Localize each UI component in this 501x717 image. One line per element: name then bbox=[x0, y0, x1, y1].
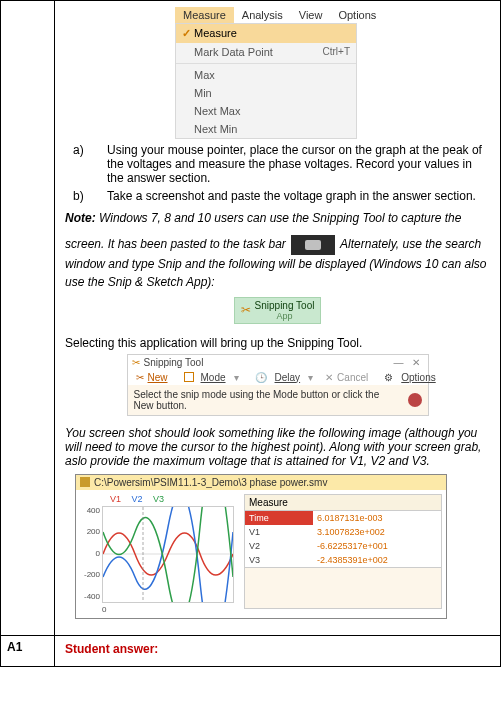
note-paragraph-1: Note: Windows 7, 8 and 10 users can use … bbox=[65, 211, 490, 227]
answer-row-cell: Student answer: bbox=[55, 636, 501, 666]
xtick: 0 bbox=[102, 605, 106, 614]
delay-button[interactable]: 🕒 Delay ▾ bbox=[251, 372, 318, 383]
ytick: 200 bbox=[80, 527, 100, 536]
step-a-marker: a) bbox=[73, 143, 107, 185]
psim-window: C:\Powersim\PSIM11.1-3_Demo\3 phase powe… bbox=[75, 474, 447, 619]
options-button[interactable]: ⚙ Options bbox=[380, 372, 439, 383]
menu-item-measure[interactable]: ✓ Measure bbox=[176, 24, 356, 43]
delay-label: Delay bbox=[275, 372, 301, 383]
menu-item-shortcut: Ctrl+T bbox=[323, 46, 351, 58]
measure-table: Time 6.0187131e-003 V1 3.1007823e+002 V2… bbox=[244, 510, 442, 568]
close-icon[interactable]: ✕ bbox=[408, 357, 424, 368]
note-paragraph-2: screen. It has been pasted to the task b… bbox=[65, 235, 490, 291]
psim-app-icon bbox=[80, 477, 90, 487]
v3-val: -2.4385391e+002 bbox=[313, 553, 441, 567]
record-icon bbox=[408, 393, 422, 407]
menubar-item-view[interactable]: View bbox=[291, 7, 331, 23]
menu-item-min[interactable]: Min bbox=[176, 84, 356, 102]
check-icon: ✓ bbox=[182, 27, 194, 40]
snip-hint-text: Select the snip mode using the Mode butt… bbox=[134, 389, 402, 411]
step-b: b) Take a screenshot and paste the volta… bbox=[73, 189, 490, 203]
ytick: 0 bbox=[80, 549, 100, 558]
check-placeholder bbox=[182, 46, 194, 58]
step-list: a) Using your mouse pointer, place the c… bbox=[73, 143, 490, 203]
menu-separator bbox=[176, 63, 356, 64]
table-row: Time 6.0187131e-003 bbox=[245, 511, 441, 525]
row-label-blank bbox=[0, 1, 55, 635]
snip-toolbar: ✂ New Mode ▾ 🕒 Delay ▾ ✕ Cancel ⚙ Option… bbox=[128, 370, 428, 385]
app-chip-title: Snipping Tool bbox=[255, 300, 315, 311]
step-b-marker: b) bbox=[73, 189, 107, 203]
menu-item-label: Mark Data Point bbox=[194, 46, 323, 58]
measure-menu-screenshot: Measure Analysis View Options ✓ Measure … bbox=[175, 7, 490, 139]
psim-titlebar: C:\Powersim\PSIM11.1-3_Demo\3 phase powe… bbox=[76, 475, 446, 490]
student-answer-label: Student answer: bbox=[65, 642, 158, 656]
menu-item-max[interactable]: Max bbox=[176, 66, 356, 84]
mode-label: Mode bbox=[201, 372, 226, 383]
clock-icon: 🕒 bbox=[255, 372, 267, 383]
cancel-label: Cancel bbox=[337, 372, 368, 383]
step-a: a) Using your mouse pointer, place the c… bbox=[73, 143, 490, 185]
voltage-graph: V1 V2 V3 400 200 0 -200 -400 bbox=[80, 494, 240, 614]
menubar-item-measure[interactable]: Measure bbox=[175, 7, 234, 23]
menubar-item-analysis[interactable]: Analysis bbox=[234, 7, 291, 23]
options-label: Options bbox=[401, 372, 435, 383]
menu-item-label: Min bbox=[194, 87, 350, 99]
app-chip-sub: App bbox=[255, 311, 315, 321]
table-row: V2 -6.6225317e+001 bbox=[245, 539, 441, 553]
scissors-icon: ✂ bbox=[132, 357, 140, 368]
new-button[interactable]: ✂ New bbox=[136, 372, 172, 383]
graph-svg bbox=[102, 506, 234, 603]
note-line2a: screen. It has been pasted to the task b… bbox=[65, 237, 289, 251]
ytick: -200 bbox=[80, 570, 100, 579]
menu-item-next-min[interactable]: Next Min bbox=[176, 120, 356, 138]
chevron-down-icon: ▾ bbox=[308, 372, 313, 383]
legend-v3: V3 bbox=[153, 494, 164, 504]
measure-empty-area bbox=[244, 568, 442, 609]
note-line1: Windows 7, 8 and 10 users can use the Sn… bbox=[96, 211, 462, 225]
snip-titlebar: ✂ Snipping Tool — ✕ bbox=[128, 355, 428, 370]
taskbar-snip-icon bbox=[291, 235, 335, 255]
legend-v2: V2 bbox=[132, 494, 143, 504]
ytick: 400 bbox=[80, 506, 100, 515]
menu-item-mark-data-point[interactable]: Mark Data Point Ctrl+T bbox=[176, 43, 356, 61]
menu-item-label: Next Min bbox=[194, 123, 350, 135]
snip-title-text: Snipping Tool bbox=[144, 357, 390, 368]
chevron-down-icon: ▾ bbox=[234, 372, 239, 383]
answer-row-label: A1 bbox=[0, 636, 55, 666]
measure-header: Measure bbox=[244, 494, 442, 510]
cancel-button[interactable]: ✕ Cancel bbox=[325, 372, 372, 383]
screenshot-paragraph: You screen shot should look something li… bbox=[65, 426, 490, 468]
square-icon bbox=[184, 372, 194, 382]
step-b-text: Take a screenshot and paste the voltage … bbox=[107, 189, 490, 203]
scissors-icon: ✂ bbox=[241, 303, 251, 317]
v2-val: -6.6225317e+001 bbox=[313, 539, 441, 553]
instruction-cell: Measure Analysis View Options ✓ Measure … bbox=[55, 1, 501, 635]
measure-panel: Measure Time 6.0187131e-003 V1 3.1007823… bbox=[244, 494, 442, 614]
psim-title-text: C:\Powersim\PSIM11.1-3_Demo\3 phase powe… bbox=[94, 477, 327, 488]
menu-item-next-max[interactable]: Next Max bbox=[176, 102, 356, 120]
v2-key: V2 bbox=[245, 539, 313, 553]
table-row: V3 -2.4385391e+002 bbox=[245, 553, 441, 567]
menubar-item-options[interactable]: Options bbox=[330, 7, 384, 23]
menu-item-label: Max bbox=[194, 69, 350, 81]
time-key: Time bbox=[245, 511, 313, 525]
note-label: Note: bbox=[65, 211, 96, 225]
gear-icon: ⚙ bbox=[384, 372, 393, 383]
mode-button[interactable]: Mode ▾ bbox=[180, 372, 243, 383]
menu-item-label: Next Max bbox=[194, 105, 350, 117]
v3-key: V3 bbox=[245, 553, 313, 567]
graph-legend: V1 V2 V3 bbox=[110, 494, 172, 504]
table-row: V1 3.1007823e+002 bbox=[245, 525, 441, 539]
snipping-tool-search-result[interactable]: ✂ Snipping Tool App bbox=[234, 297, 322, 324]
minimize-icon[interactable]: — bbox=[390, 357, 408, 368]
time-val: 6.0187131e-003 bbox=[313, 511, 441, 525]
menu-item-label: Measure bbox=[194, 27, 350, 40]
snip-hint: Select the snip mode using the Mode butt… bbox=[128, 385, 428, 415]
menubar: Measure Analysis View Options bbox=[175, 7, 490, 23]
v1-key: V1 bbox=[245, 525, 313, 539]
measure-dropdown: ✓ Measure Mark Data Point Ctrl+T Max bbox=[175, 23, 357, 139]
ytick: -400 bbox=[80, 592, 100, 601]
v1-val: 3.1007823e+002 bbox=[313, 525, 441, 539]
new-label: New bbox=[148, 372, 168, 383]
